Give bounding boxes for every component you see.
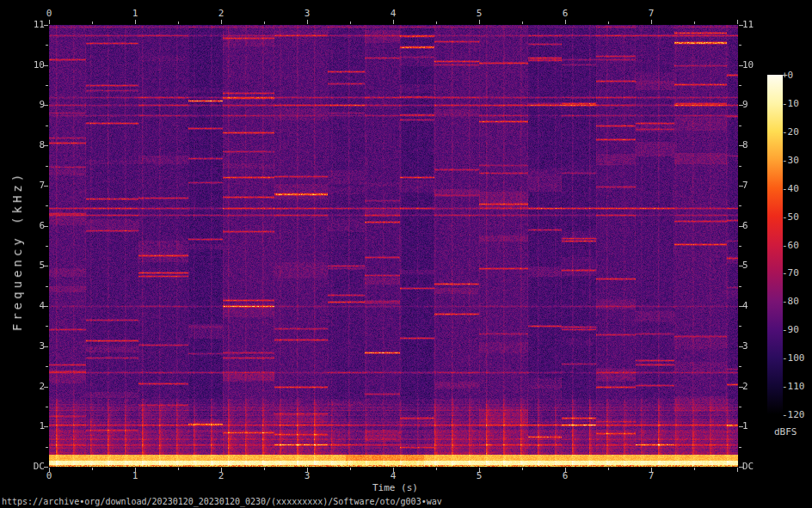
- colorbar-tick-label: -20: [782, 127, 799, 138]
- x-minor-tick-top: [350, 21, 351, 24]
- colorbar-tick-label: -70: [782, 268, 799, 278]
- x-major-tick-bottom: [737, 468, 738, 472]
- y-tick-label-right: 4: [742, 301, 748, 311]
- y-minor-tick-left: [46, 286, 48, 287]
- x-tick-label-top: 6: [552, 9, 578, 19]
- y-tick-label-right: 6: [742, 221, 748, 231]
- x-major-tick-top: [479, 20, 480, 24]
- spectrogram-canvas: [49, 25, 738, 467]
- colorbar-unit-label: dBFS: [774, 427, 797, 438]
- y-minor-tick-right: [739, 407, 741, 407]
- colorbar-tick-label: -60: [782, 241, 799, 251]
- x-major-tick-top: [565, 20, 566, 24]
- colorbar-tick-label: -50: [782, 212, 799, 223]
- x-minor-tick-bottom: [92, 468, 93, 470]
- y-minor-tick-right: [739, 286, 741, 287]
- x-major-tick-top: [307, 20, 308, 24]
- y-minor-tick-left: [46, 85, 48, 86]
- x-minor-tick-bottom: [522, 468, 523, 470]
- x-major-tick-top: [49, 20, 50, 24]
- x-major-tick-top: [135, 20, 136, 24]
- y-minor-tick-left: [46, 45, 48, 46]
- x-minor-tick-top: [436, 21, 437, 24]
- y-tick-label-left: DC: [12, 462, 45, 472]
- y-tick-label-left: 3: [12, 341, 45, 352]
- colorbar-tick-label: -90: [782, 325, 799, 335]
- x-minor-tick-top: [522, 21, 523, 24]
- y-tick-label-left: 2: [12, 382, 45, 392]
- x-minor-tick-bottom: [264, 468, 265, 470]
- y-minor-tick-left: [46, 205, 48, 206]
- y-minor-tick-right: [739, 447, 741, 448]
- y-minor-tick-right: [739, 205, 741, 206]
- y-minor-tick-left: [46, 125, 48, 126]
- colorbar-gradient: [767, 75, 783, 414]
- y-tick-label-right: 7: [742, 181, 748, 191]
- y-tick-label-right: DC: [742, 462, 754, 472]
- y-tick-label-right: 2: [742, 382, 748, 392]
- x-tick-label-top: 7: [638, 9, 664, 19]
- y-minor-tick-right: [739, 326, 741, 327]
- x-minor-tick-top: [608, 21, 609, 24]
- x-tick-label-bottom: 2: [208, 471, 234, 481]
- colorbar-tick-label: -80: [782, 297, 799, 307]
- colorbar-tick-label: -40: [782, 184, 799, 194]
- x-tick-label-bottom: 6: [552, 471, 578, 481]
- colorbar-tick-label: -30: [782, 156, 799, 166]
- x-minor-tick-bottom: [694, 468, 695, 470]
- y-minor-tick-left: [46, 407, 48, 407]
- x-minor-tick-bottom: [436, 468, 437, 470]
- x-major-tick-top: [221, 20, 222, 24]
- y-minor-tick-left: [46, 447, 48, 448]
- colorbar-tick-label: -110: [782, 382, 805, 392]
- y-minor-tick-right: [739, 246, 741, 247]
- x-tick-label-top: 4: [380, 9, 406, 19]
- spectrogram-figure: 0011223344556677111110109988776655443322…: [0, 0, 812, 508]
- x-minor-tick-top: [264, 21, 265, 24]
- x-tick-label-bottom: 3: [294, 471, 320, 481]
- x-tick-label-top: 1: [122, 9, 148, 19]
- y-minor-tick-right: [739, 45, 741, 46]
- colorbar-tick-label: -100: [782, 353, 805, 364]
- source-url-text: https://archive•org/download/20230120_20…: [2, 497, 442, 507]
- y-tick-label-left: 11: [12, 20, 45, 30]
- y-tick-label-right: 11: [742, 20, 754, 30]
- x-minor-tick-bottom: [608, 468, 609, 470]
- y-tick-label-left: 9: [12, 100, 45, 110]
- x-tick-label-bottom: 0: [36, 471, 62, 481]
- y-tick-label-left: 1: [12, 421, 45, 431]
- y-minor-tick-right: [739, 85, 741, 86]
- x-tick-label-top: 3: [294, 9, 320, 19]
- y-tick-label-right: 3: [742, 341, 748, 352]
- colorbar-tick-label: -120: [782, 410, 805, 420]
- x-minor-tick-bottom: [178, 468, 179, 470]
- x-minor-tick-top: [92, 21, 93, 24]
- y-minor-tick-left: [46, 366, 48, 367]
- x-axis-title: Time (s): [372, 483, 418, 493]
- x-tick-label-bottom: 4: [380, 471, 406, 481]
- x-tick-label-bottom: 7: [638, 471, 664, 481]
- colorbar-tick-label: -10: [782, 99, 799, 109]
- y-tick-label-right: 10: [742, 60, 754, 70]
- y-tick-label-right: 1: [742, 421, 748, 431]
- x-major-tick-top: [651, 20, 652, 24]
- x-tick-label-bottom: 5: [466, 471, 492, 481]
- y-minor-tick-left: [46, 166, 48, 167]
- x-minor-tick-top: [694, 21, 695, 24]
- x-tick-label-top: 2: [208, 9, 234, 19]
- y-minor-tick-right: [739, 366, 741, 367]
- x-minor-tick-top: [178, 21, 179, 24]
- x-major-tick-top: [737, 20, 738, 24]
- y-minor-tick-left: [46, 246, 48, 247]
- y-minor-tick-right: [739, 125, 741, 126]
- y-tick-label-right: 9: [742, 100, 748, 110]
- x-tick-label-bottom: 1: [122, 471, 148, 481]
- y-axis-title: Frequency (kHz): [12, 171, 22, 331]
- y-tick-label-left: 8: [12, 140, 45, 150]
- x-minor-tick-bottom: [350, 468, 351, 470]
- x-major-tick-top: [393, 20, 394, 24]
- y-minor-tick-right: [739, 166, 741, 167]
- x-tick-label-top: 5: [466, 9, 492, 19]
- x-tick-label-top: 0: [36, 9, 62, 19]
- y-tick-label-left: 10: [12, 60, 45, 70]
